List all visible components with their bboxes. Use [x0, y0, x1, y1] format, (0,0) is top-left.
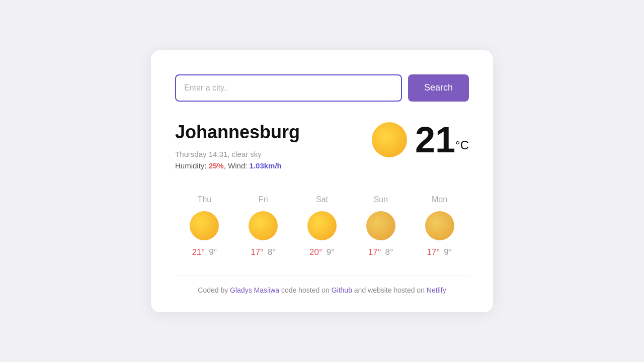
- forecast-weather-icon: [425, 211, 454, 240]
- weather-stats: Humidity: 25%, Wind: 1.03km/h: [175, 161, 372, 170]
- forecast-high-temp: 17°: [368, 247, 381, 257]
- forecast-day-label: Sat: [316, 195, 328, 204]
- footer-prefix: Coded by: [198, 286, 230, 294]
- forecast-high-temp: 17°: [251, 247, 264, 257]
- forecast-temps: 21°9°: [192, 247, 217, 257]
- footer: Coded by Gladys Masiiwa code hosted on G…: [175, 276, 469, 294]
- footer-suffix: and website hosted on: [352, 286, 427, 294]
- forecast-low-temp: 9°: [327, 247, 335, 257]
- forecast-row: Thu21°9°Fri17°8°Sat20°9°Sun17°8°Mon17°9°: [175, 190, 469, 257]
- forecast-day: Mon17°9°: [410, 195, 469, 257]
- forecast-temps: 17°8°: [251, 247, 276, 257]
- forecast-high-temp: 20°: [309, 247, 323, 257]
- forecast-day-label: Thu: [198, 195, 212, 204]
- temp-unit: °C: [455, 138, 469, 151]
- weather-card: Search Johannesburg Thursday 14:31, clea…: [151, 50, 493, 312]
- wind-label: , Wind:: [224, 161, 250, 170]
- forecast-day: Sun17°8°: [351, 195, 410, 257]
- humidity-value: 25%: [209, 161, 224, 170]
- forecast-low-temp: 8°: [268, 247, 276, 257]
- city-info: Johannesburg Thursday 14:31, clear sky H…: [175, 122, 372, 170]
- weather-description: Thursday 14:31, clear sky: [175, 150, 372, 158]
- forecast-temps: 17°8°: [368, 247, 393, 257]
- forecast-weather-icon: [366, 211, 395, 240]
- weather-main: Johannesburg Thursday 14:31, clear sky H…: [175, 122, 469, 170]
- forecast-day: Sat20°9°: [293, 195, 352, 257]
- forecast-temps: 17°9°: [427, 247, 452, 257]
- forecast-day: Fri17°8°: [234, 195, 293, 257]
- temp-number: 21: [415, 120, 455, 160]
- humidity-label: Humidity:: [175, 161, 209, 170]
- forecast-day: Thu21°9°: [175, 195, 234, 257]
- forecast-low-temp: 9°: [444, 247, 452, 257]
- forecast-low-temp: 9°: [209, 247, 217, 257]
- author-link[interactable]: Gladys Masiiwa: [230, 286, 279, 294]
- forecast-temps: 20°9°: [309, 247, 335, 257]
- forecast-weather-icon: [249, 211, 278, 240]
- search-row: Search: [175, 74, 469, 102]
- github-link[interactable]: Github: [332, 286, 352, 294]
- search-button[interactable]: Search: [408, 74, 469, 102]
- forecast-high-temp: 21°: [192, 247, 205, 257]
- temperature-value: 21°C: [415, 122, 469, 158]
- forecast-day-label: Sun: [374, 195, 388, 204]
- city-search-input[interactable]: [175, 74, 402, 102]
- forecast-day-label: Mon: [432, 195, 447, 204]
- wind-value: 1.03km/h: [250, 161, 282, 170]
- forecast-weather-icon: [307, 211, 337, 240]
- current-weather-icon: [372, 122, 407, 157]
- forecast-weather-icon: [190, 211, 219, 240]
- city-name: Johannesburg: [175, 122, 372, 143]
- forecast-low-temp: 8°: [385, 247, 393, 257]
- temperature-display: 21°C: [372, 122, 469, 158]
- netlify-link[interactable]: Netlify: [427, 286, 446, 294]
- forecast-day-label: Fri: [259, 195, 268, 204]
- footer-middle: code hosted on: [279, 286, 332, 294]
- forecast-high-temp: 17°: [427, 247, 440, 257]
